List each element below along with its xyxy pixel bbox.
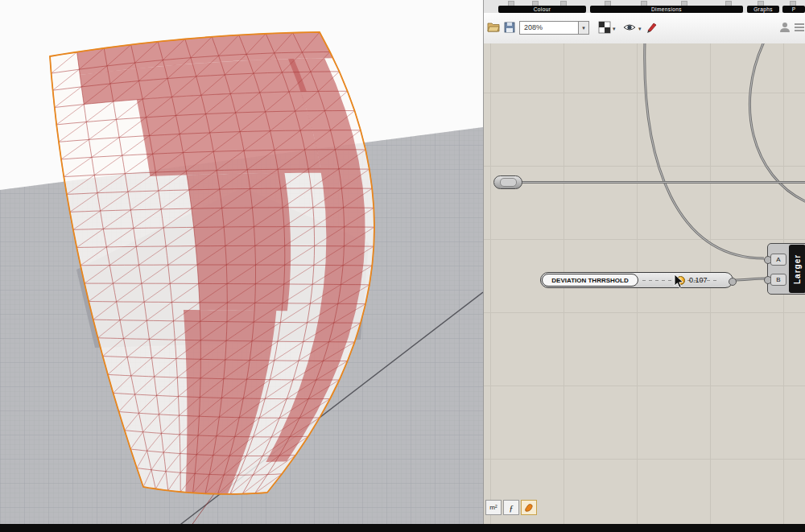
paint-spray-icon: [524, 503, 534, 513]
mouse-cursor: [674, 274, 685, 290]
area-button[interactable]: m²: [485, 500, 502, 515]
display-mode-dropdown-arrow[interactable]: ▾: [613, 26, 616, 32]
taskbar[interactable]: [0, 524, 805, 532]
slider-value: 0.107: [689, 276, 708, 284]
wire-top-right[interactable]: [749, 43, 805, 202]
slider-name-label[interactable]: DEVIATION THRRSHOLD: [542, 274, 638, 287]
save-icon[interactable]: [503, 21, 516, 34]
script-button[interactable]: ƒ: [503, 500, 519, 515]
rhino-viewport[interactable]: [0, 0, 483, 532]
input-tab-a[interactable]: A: [770, 254, 786, 266]
viewport-canvas[interactable]: [0, 0, 483, 532]
preview-dropdown-arrow[interactable]: ▾: [638, 26, 642, 32]
larger-name-label[interactable]: Larger: [789, 245, 805, 293]
panel-tab-graphs[interactable]: Graphs: [747, 6, 779, 13]
wire-to-input-a[interactable]: [645, 43, 764, 258]
relay-component[interactable]: [493, 175, 522, 189]
larger-component[interactable]: A B Larger: [767, 243, 805, 295]
panel-tab-p[interactable]: P: [782, 6, 805, 13]
gh-toolbar: 208% ▾ ▾ ▾: [484, 13, 805, 44]
paint-spray-button[interactable]: [521, 500, 537, 515]
open-file-icon[interactable]: [487, 21, 500, 34]
author-icon[interactable]: [778, 21, 791, 34]
number-slider[interactable]: DEVIATION THRRSHOLD 0.107: [540, 272, 733, 288]
input-tab-b[interactable]: B: [770, 274, 786, 286]
zoom-input[interactable]: 208%: [519, 21, 579, 35]
component-ribbon: Colour Dimensions Graphs P: [484, 0, 805, 14]
panel-tab-dimensions[interactable]: Dimensions: [590, 6, 743, 13]
app-root: Colour Dimensions Graphs P 208% ▾: [0, 0, 805, 532]
wire-top-right-core: [749, 43, 805, 202]
panel-tab-colour[interactable]: Colour: [498, 6, 586, 13]
menu-list-icon[interactable]: [793, 21, 805, 34]
canvas-mini-toolbar: m² ƒ: [485, 500, 537, 515]
slider-output-nub[interactable]: [729, 278, 737, 286]
preview-eye-icon[interactable]: [622, 21, 637, 34]
relay-body: [500, 178, 517, 187]
marker-pen-icon[interactable]: [645, 21, 658, 34]
gh-canvas[interactable]: DEVIATION THRRSHOLD 0.107 A B Larger m² …: [484, 43, 805, 524]
display-mode-icon[interactable]: [598, 21, 611, 34]
zoom-dropdown-arrow[interactable]: ▾: [579, 21, 589, 35]
wire-to-input-a-core: [645, 43, 764, 258]
grasshopper-panel: Colour Dimensions Graphs P 208% ▾: [483, 0, 805, 532]
